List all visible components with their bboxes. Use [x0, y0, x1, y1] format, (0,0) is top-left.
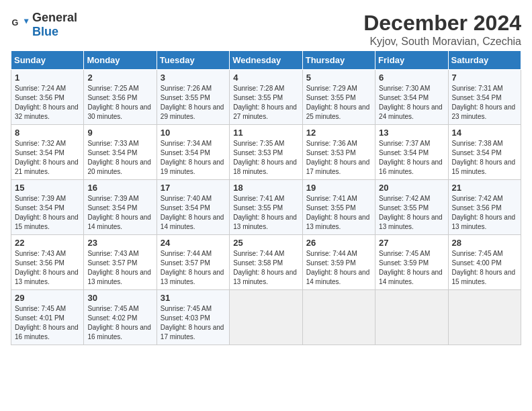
sunrise-text: Sunrise: 7:24 AM: [15, 85, 66, 92]
sunset-text: Sunset: 3:56 PM: [15, 94, 64, 101]
logo-icon: G: [11, 15, 30, 34]
logo-blue: Blue: [32, 25, 58, 38]
sunrise-text: Sunrise: 7:44 AM: [233, 250, 284, 257]
sunset-text: Sunset: 3:54 PM: [161, 149, 210, 156]
sunrise-text: Sunrise: 7:31 AM: [452, 85, 503, 92]
daylight-text: Daylight: 8 hours and 15 minutes.: [452, 158, 516, 175]
table-row: 10 Sunrise: 7:34 AM Sunset: 3:54 PM Dayl…: [157, 125, 229, 180]
day-number: 10: [161, 128, 226, 138]
sunrise-text: Sunrise: 7:39 AM: [15, 195, 66, 202]
table-row: 9 Sunrise: 7:33 AM Sunset: 3:54 PM Dayli…: [84, 125, 157, 180]
sunset-text: Sunset: 3:58 PM: [233, 259, 283, 267]
day-number: 7: [452, 73, 517, 83]
header-tuesday: Tuesday: [157, 51, 229, 70]
table-row: 8 Sunrise: 7:32 AM Sunset: 3:54 PM Dayli…: [11, 125, 84, 180]
table-row: 21 Sunrise: 7:42 AM Sunset: 3:56 PM Dayl…: [448, 180, 521, 235]
day-number: 27: [379, 238, 444, 248]
table-row: 24 Sunrise: 7:44 AM Sunset: 3:57 PM Dayl…: [157, 235, 229, 290]
sunset-text: Sunset: 4:03 PM: [161, 314, 210, 322]
daylight-text: Daylight: 8 hours and 21 minutes.: [15, 158, 79, 175]
sunrise-text: Sunrise: 7:44 AM: [161, 250, 212, 257]
day-number: 21: [452, 183, 517, 193]
table-row: 16 Sunrise: 7:39 AM Sunset: 3:54 PM Dayl…: [84, 180, 157, 235]
day-number: 24: [161, 238, 226, 248]
logo-general: General: [32, 11, 77, 24]
sunrise-text: Sunrise: 7:26 AM: [161, 85, 212, 92]
calendar-body: 1 Sunrise: 7:24 AM Sunset: 3:56 PM Dayli…: [11, 70, 521, 345]
sunset-text: Sunset: 3:54 PM: [379, 94, 429, 101]
sunset-text: Sunset: 3:54 PM: [87, 149, 137, 156]
sunset-text: Sunset: 3:54 PM: [379, 149, 429, 156]
sunrise-text: Sunrise: 7:45 AM: [87, 305, 138, 312]
day-number: 28: [452, 238, 517, 248]
day-number: 12: [306, 128, 371, 138]
table-row: 31 Sunrise: 7:45 AM Sunset: 4:03 PM Dayl…: [157, 290, 229, 345]
day-number: 11: [233, 128, 298, 138]
table-row: 22 Sunrise: 7:43 AM Sunset: 3:56 PM Dayl…: [11, 235, 84, 290]
day-number: 17: [161, 183, 226, 193]
daylight-text: Daylight: 8 hours and 20 minutes.: [87, 158, 151, 175]
table-row: [230, 290, 302, 345]
sunset-text: Sunset: 3:53 PM: [306, 149, 356, 156]
daylight-text: Daylight: 8 hours and 17 minutes.: [161, 324, 224, 340]
table-row: 19 Sunrise: 7:41 AM Sunset: 3:55 PM Dayl…: [302, 180, 375, 235]
daylight-text: Daylight: 8 hours and 30 minutes.: [87, 103, 151, 120]
day-number: 8: [15, 128, 80, 138]
sunrise-text: Sunrise: 7:37 AM: [379, 140, 430, 147]
table-row: [375, 290, 448, 345]
header-thursday: Thursday: [302, 51, 375, 70]
sunset-text: Sunset: 3:55 PM: [233, 204, 283, 212]
daylight-text: Daylight: 8 hours and 13 minutes.: [452, 214, 516, 230]
sunset-text: Sunset: 3:59 PM: [379, 259, 429, 267]
calendar-header: Sunday Monday Tuesday Wednesday Thursday…: [11, 51, 521, 70]
daylight-text: Daylight: 8 hours and 23 minutes.: [452, 103, 516, 120]
sunrise-text: Sunrise: 7:45 AM: [15, 305, 66, 312]
calendar-subtitle: Kyjov, South Moravian, Czechia: [363, 36, 521, 48]
day-number: 13: [379, 128, 444, 138]
table-row: 12 Sunrise: 7:36 AM Sunset: 3:53 PM Dayl…: [302, 125, 375, 180]
table-row: 15 Sunrise: 7:39 AM Sunset: 3:54 PM Dayl…: [11, 180, 84, 235]
table-row: 6 Sunrise: 7:30 AM Sunset: 3:54 PM Dayli…: [375, 70, 448, 125]
header-sunday: Sunday: [11, 51, 84, 70]
sunrise-text: Sunrise: 7:43 AM: [15, 250, 66, 257]
daylight-text: Daylight: 8 hours and 17 minutes.: [306, 158, 370, 175]
calendar-title: December 2024: [363, 11, 521, 36]
day-number: 18: [233, 183, 298, 193]
svg-text:G: G: [11, 18, 18, 28]
daylight-text: Daylight: 8 hours and 13 minutes.: [233, 269, 297, 285]
sunrise-text: Sunrise: 7:40 AM: [161, 195, 212, 202]
header-monday: Monday: [84, 51, 157, 70]
page-header: G General Blue December 2024 Kyjov, Sout…: [11, 11, 521, 48]
daylight-text: Daylight: 8 hours and 27 minutes.: [233, 103, 297, 120]
sunrise-text: Sunrise: 7:36 AM: [306, 140, 357, 147]
sunset-text: Sunset: 3:54 PM: [452, 94, 502, 101]
day-number: 16: [87, 183, 152, 193]
daylight-text: Daylight: 8 hours and 13 minutes.: [306, 214, 370, 230]
table-row: 30 Sunrise: 7:45 AM Sunset: 4:02 PM Dayl…: [84, 290, 157, 345]
sunset-text: Sunset: 3:55 PM: [306, 94, 356, 101]
table-row: [448, 290, 521, 345]
sunset-text: Sunset: 3:57 PM: [87, 259, 137, 267]
sunrise-text: Sunrise: 7:42 AM: [379, 195, 430, 202]
daylight-text: Daylight: 8 hours and 18 minutes.: [233, 158, 297, 175]
sunrise-text: Sunrise: 7:41 AM: [233, 195, 284, 202]
daylight-text: Daylight: 8 hours and 13 minutes.: [161, 269, 224, 285]
sunrise-text: Sunrise: 7:45 AM: [452, 250, 503, 257]
header-wednesday: Wednesday: [230, 51, 302, 70]
table-row: 11 Sunrise: 7:35 AM Sunset: 3:53 PM Dayl…: [230, 125, 302, 180]
daylight-text: Daylight: 8 hours and 25 minutes.: [306, 103, 370, 120]
sunset-text: Sunset: 3:56 PM: [15, 259, 64, 267]
day-number: 15: [15, 183, 80, 193]
table-row: 1 Sunrise: 7:24 AM Sunset: 3:56 PM Dayli…: [11, 70, 84, 125]
table-row: 28 Sunrise: 7:45 AM Sunset: 4:00 PM Dayl…: [448, 235, 521, 290]
day-number: 20: [379, 183, 444, 193]
daylight-text: Daylight: 8 hours and 13 minutes.: [87, 269, 151, 285]
sunset-text: Sunset: 3:56 PM: [452, 204, 502, 212]
sunset-text: Sunset: 3:56 PM: [87, 94, 137, 101]
svg-marker-1: [24, 19, 29, 24]
sunset-text: Sunset: 3:54 PM: [161, 204, 210, 212]
table-row: 4 Sunrise: 7:28 AM Sunset: 3:55 PM Dayli…: [230, 70, 302, 125]
day-number: 25: [233, 238, 298, 248]
daylight-text: Daylight: 8 hours and 15 minutes.: [15, 214, 79, 230]
daylight-text: Daylight: 8 hours and 14 minutes.: [87, 214, 151, 230]
